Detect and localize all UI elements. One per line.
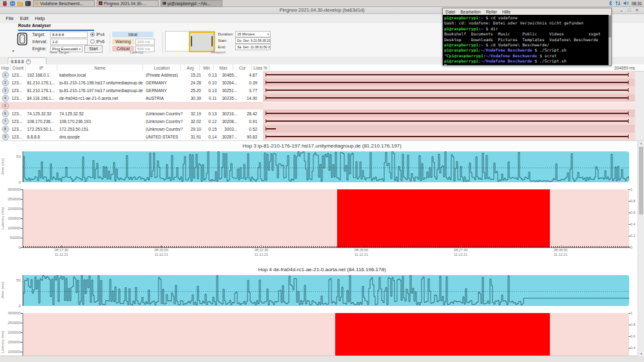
interval-input[interactable]: 1.0 (50, 39, 88, 45)
table-row[interactable]: 1123...192.168.0.1kabelbox.local(Private… (0, 71, 263, 79)
cell: 0.15 (203, 127, 219, 131)
taskbar-window-pingnoo[interactable]: P Pingnoo 2021.04.30-... (97, 0, 159, 7)
column-header-min[interactable]: Min (200, 64, 214, 71)
chart-title: Hop 4 de-fra04d-rc1-ae-21-0.aorta.net (8… (0, 267, 644, 274)
web-browser-icon[interactable] (10, 1, 15, 6)
charts-panel: Hop 3 ip-81-210-176-197.hsi17.unitymedia… (0, 140, 644, 356)
cell: 7 (0, 118, 10, 125)
ipv4-radio[interactable]: IPv4 (90, 31, 104, 38)
time-axis-label: 08:17:3011.12.21 (49, 248, 73, 256)
cell: 30287... (219, 135, 239, 139)
tab-close-icon[interactable]: ✕ (26, 59, 31, 64)
cell: 3003... (219, 127, 239, 131)
warning-latency-pill: Warning (112, 39, 134, 44)
tick-mark (629, 236, 630, 236)
terminal-text: $ cd Vodafone\ Beschwerde/ (483, 43, 549, 47)
maximize-button[interactable]: □ (628, 6, 630, 14)
cell: 0.13 (203, 111, 219, 116)
latency-chart: Latency (ms)0500001000001500002000002500… (0, 313, 644, 356)
taskbar-window-filemanager[interactable]: Vodafone Beschwerd... (33, 0, 95, 7)
latency-axis-label: Latency (ms) (1, 313, 6, 356)
terminal-menu-hilfe[interactable]: Hilfe (502, 10, 511, 14)
scroll-down-icon[interactable]: ▼ (638, 352, 644, 356)
cell: 30251... (219, 88, 239, 93)
latency-tick-label: 150000 (6, 340, 21, 344)
cell: 8.8.8.8 (26, 135, 58, 139)
charts-scrollbar[interactable]: ▲▼ (638, 141, 644, 356)
column-header-loss[interactable]: Loss % (252, 64, 269, 71)
radio-dot (90, 32, 95, 37)
viewport-start-input[interactable]: Do. Dez. 9 21:59:35 2021 (235, 37, 271, 44)
cell: GERMANY (144, 88, 183, 93)
terminal-text: ^C (444, 53, 449, 58)
system-tray: 08:31 (609, 1, 642, 6)
chart-group: Hop 3 ip-81-210-176-197.hsi17.unitymedia… (0, 143, 644, 258)
column-header-location[interactable]: Location (143, 64, 181, 71)
tick-mark (629, 189, 630, 190)
table-row[interactable]: 4123...84.116.196.1...de-fra04d-rc1-ae-2… (0, 94, 263, 102)
jitter-tick-label: 0 (6, 304, 21, 308)
viewport-end-input[interactable]: Sa. Dez. 11 08:31:50 2021 (235, 44, 271, 50)
cell: ip-81-210-176-198.hsi17.unitymediagroup.… (58, 81, 144, 85)
charts-scrollbar-thumb[interactable] (639, 147, 643, 214)
table-row[interactable]: 9123...8.8.8.8dns.googleUNITED STATES31.… (0, 133, 263, 140)
column-header-max[interactable]: Max (214, 64, 233, 71)
raspberry-menu-icon[interactable] (2, 1, 8, 6)
ribbon-tab-route-analyser[interactable]: Route Analyser (18, 23, 51, 30)
scroll-up-icon[interactable]: ▲ (638, 142, 644, 145)
duration-select[interactable]: 15 Minutes▾ (235, 31, 271, 37)
table-row[interactable]: 6123...74.125.32.5274.125.32.52(Unknown … (0, 110, 263, 117)
column-header-ip[interactable]: IP (26, 64, 57, 71)
time-axis-label: 08:27:3011.12.21 (449, 248, 473, 256)
cell: 5 (0, 102, 10, 110)
column-header-count[interactable]: Count (11, 64, 26, 71)
menu-help[interactable]: Help (35, 15, 44, 21)
volume-icon[interactable] (623, 1, 629, 6)
file-manager-icon[interactable] (17, 1, 23, 6)
warning-latency-input[interactable]: 200 ms (135, 39, 155, 45)
column-header-hop[interactable]: Hop (0, 64, 11, 71)
terminal-text: $ scrot (537, 53, 556, 58)
terminal-scrollbar-thumb[interactable] (609, 15, 611, 37)
latency-range-line (266, 90, 629, 91)
latency-plot-area (23, 189, 629, 248)
cell: 81.210.176.1... (26, 81, 58, 85)
time-axis-label: 08:25:0011.12.21 (349, 248, 373, 256)
terminal-line: ^Cpi@raspberrypi:~/Vodafone Beschwerde $… (444, 53, 610, 59)
viewport-selector[interactable] (189, 32, 215, 52)
target-input[interactable]: 8.8.8.8 (50, 32, 88, 38)
table-row[interactable]: 5 (0, 102, 263, 110)
taskbar-window-label: Vodafone Beschwerd... (40, 1, 83, 6)
ipv6-radio[interactable]: IPv6 (90, 38, 104, 45)
close-button[interactable]: ✕ (635, 6, 639, 14)
menu-edit[interactable]: Edit (20, 15, 28, 21)
network-arrows-icon[interactable] (615, 1, 621, 6)
column-header-name[interactable]: Name (57, 64, 143, 71)
viewport-handle-right[interactable] (211, 36, 213, 46)
column-header-avg[interactable]: Avg (181, 64, 200, 71)
menu-file[interactable]: File (6, 15, 14, 21)
taskbar-window-terminal[interactable]: pi@raspberrypi: ~/Vo... (161, 0, 222, 7)
terminal-scrollbar[interactable] (609, 15, 611, 65)
table-row[interactable]: 7123...108.170.236...108.170.236.193(Unk… (0, 117, 263, 125)
cell: 32.19 (183, 111, 203, 116)
terminal-console[interactable]: pi@raspberrypi:~ $ cd vodafonebash: cd: … (443, 15, 611, 65)
terminal-menu-reiter[interactable]: Reiter (486, 10, 497, 14)
table-row[interactable]: 3123...81.210.176.1...ip-81-210-176-197.… (0, 86, 263, 94)
latency-tick-label: 150000 (6, 216, 21, 220)
terminal-menu-bearbeiten[interactable]: Bearbeiten (460, 10, 480, 14)
viewport-handle-left[interactable] (191, 36, 192, 46)
terminal-window[interactable]: Datei Bearbeiten Reiter Hilfe pi@raspber… (442, 8, 612, 66)
table-row[interactable]: 8123...172.253.50.1...172.253.50.151(Unk… (0, 125, 263, 133)
bluetooth-icon[interactable] (609, 1, 612, 6)
table-row[interactable]: 2123...81.210.176.1...ip-81-210-176-198.… (0, 79, 263, 86)
viewport-start-label: Start: (218, 39, 235, 43)
column-header-cur[interactable]: Cur (233, 64, 252, 71)
latency-range-line (266, 136, 629, 137)
terminal-launcher-icon[interactable] (25, 1, 31, 6)
terminal-menu-datei[interactable]: Datei (445, 10, 455, 14)
cell: 172.253.50.1... (26, 127, 58, 131)
time-axis-label: 08:20:0011.12.21 (149, 248, 173, 256)
target-box-icon[interactable] (17, 32, 28, 48)
minimize-button[interactable]: ⌄ (620, 6, 623, 14)
